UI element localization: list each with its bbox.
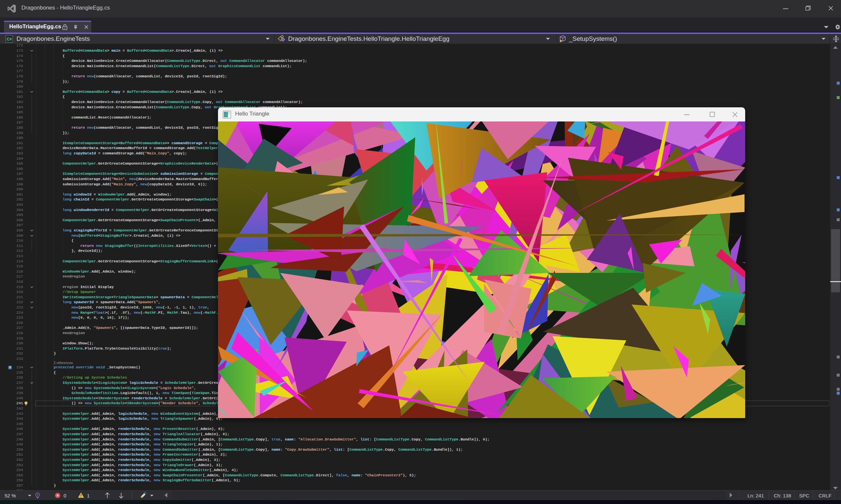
svg-text:C#: C# [6, 37, 12, 41]
